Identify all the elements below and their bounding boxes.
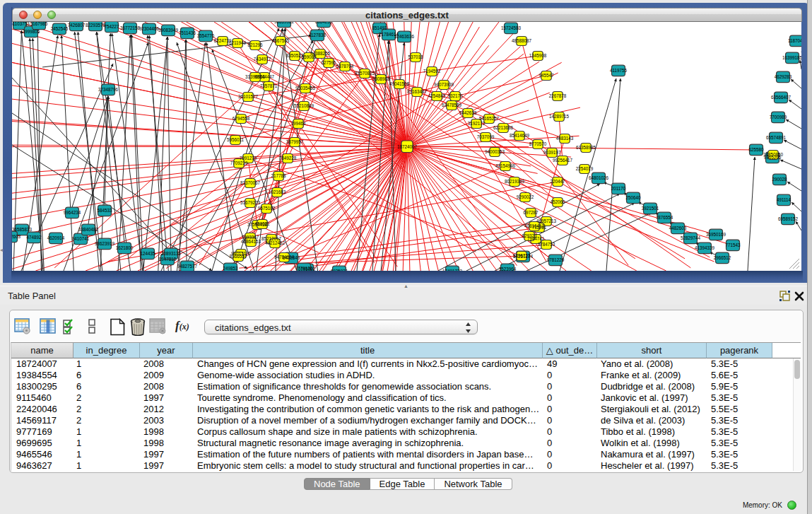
svg-text:87163447: 87163447: [407, 89, 428, 94]
svg-text:491114: 491114: [777, 197, 792, 202]
svg-text:7037099: 7037099: [477, 134, 495, 139]
svg-text:65574891: 65574891: [766, 135, 787, 140]
svg-text:61358985: 61358985: [576, 145, 596, 150]
svg-text:69589152: 69589152: [778, 216, 799, 221]
svg-text:2267878: 2267878: [549, 93, 567, 98]
svg-text:14289715: 14289715: [549, 114, 570, 119]
svg-text:40816413: 40816413: [524, 223, 545, 228]
svg-text:9964234: 9964234: [64, 210, 81, 215]
svg-text:54165257: 54165257: [479, 116, 500, 121]
svg-text:124435: 124435: [140, 251, 155, 256]
svg-text:16399185: 16399185: [782, 55, 801, 60]
svg-text:18724007: 18724007: [397, 144, 418, 149]
svg-text:52463636: 52463636: [394, 34, 415, 39]
svg-text:821296: 821296: [247, 42, 263, 47]
svg-text:98659922: 98659922: [274, 22, 295, 24]
svg-text:2254019: 2254019: [576, 166, 594, 171]
svg-text:3192171: 3192171: [468, 121, 486, 126]
svg-text:31396966: 31396966: [245, 74, 266, 79]
svg-text:55210849: 55210849: [294, 103, 314, 108]
svg-text:94827577: 94827577: [177, 264, 198, 269]
svg-text:3784753: 3784753: [538, 242, 555, 247]
svg-text:63478589: 63478589: [442, 103, 462, 107]
svg-text:201170: 201170: [611, 186, 626, 191]
svg-text:3554776: 3554776: [197, 33, 215, 38]
svg-text:94000363: 94000363: [485, 149, 505, 154]
svg-text:20893130: 20893130: [161, 251, 182, 256]
svg-text:6794558: 6794558: [233, 116, 250, 121]
svg-text:1127838: 1127838: [309, 33, 326, 37]
svg-text:99256417: 99256417: [553, 158, 573, 163]
svg-text:2452545: 2452545: [51, 26, 69, 31]
svg-text:52829744: 52829744: [681, 235, 701, 240]
svg-text:584533: 584533: [97, 208, 112, 213]
svg-text:7700989: 7700989: [770, 115, 787, 119]
svg-text:5956011: 5956011: [227, 137, 245, 142]
svg-text:98623919: 98623919: [95, 241, 115, 246]
svg-text:452060: 452060: [550, 199, 565, 204]
svg-text:771543: 771543: [725, 243, 741, 247]
svg-text:7194592: 7194592: [423, 69, 441, 74]
svg-text:81570815: 81570815: [355, 71, 375, 76]
svg-text:3523964: 3523964: [499, 267, 517, 271]
svg-text:474892: 474892: [26, 235, 42, 240]
svg-text:94784694: 94784694: [274, 255, 295, 259]
svg-text:851493: 851493: [372, 25, 387, 30]
svg-text:72102603: 72102603: [12, 234, 20, 239]
svg-text:7511436: 7511436: [179, 30, 196, 35]
svg-text:4629283: 4629283: [775, 74, 792, 79]
svg-text:1021683: 1021683: [269, 189, 286, 194]
svg-text:17491723: 17491723: [442, 269, 463, 271]
svg-text:537018: 537018: [408, 54, 423, 59]
svg-text:6378704: 6378704: [336, 64, 354, 69]
svg-text:7991279: 7991279: [240, 156, 257, 160]
svg-text:64801026: 64801026: [589, 175, 609, 180]
svg-text:2966512: 2966512: [714, 255, 731, 260]
svg-text:81370067: 81370067: [240, 180, 261, 185]
svg-text:7434977: 7434977: [254, 57, 271, 62]
svg-text:36772158: 36772158: [120, 25, 141, 30]
svg-text:6211949: 6211949: [229, 40, 247, 45]
svg-text:249853: 249853: [223, 266, 238, 271]
svg-text:217788: 217788: [271, 173, 286, 178]
svg-text:9039197: 9039197: [543, 150, 561, 155]
svg-text:1187040: 1187040: [788, 38, 801, 43]
svg-text:697287: 697287: [523, 210, 539, 215]
svg-text:1621800: 1621800: [116, 245, 134, 250]
svg-text:41394339: 41394339: [695, 245, 715, 250]
svg-text:49041568: 49041568: [389, 81, 410, 86]
svg-text:8410741: 8410741: [72, 236, 90, 241]
svg-text:1796723: 1796723: [513, 253, 531, 258]
svg-text:4482603: 4482603: [669, 226, 687, 230]
svg-text:39083949: 39083949: [158, 28, 179, 33]
svg-text:36101577: 36101577: [238, 94, 259, 99]
svg-text:4667565: 4667565: [272, 38, 290, 43]
svg-text:80219349: 80219349: [505, 179, 525, 184]
svg-text:7357871: 7357871: [260, 83, 278, 88]
svg-text:92304466: 92304466: [139, 26, 160, 31]
svg-text:220447: 220447: [550, 179, 565, 184]
svg-text:36950169: 36950169: [706, 232, 726, 237]
svg-text:94073939: 94073939: [434, 82, 454, 87]
svg-text:9290022: 9290022: [517, 194, 534, 199]
svg-text:93035455: 93035455: [295, 86, 316, 90]
svg-text:46957213: 46957213: [536, 218, 557, 223]
svg-text:459021: 459021: [254, 221, 270, 226]
svg-text:82293578: 82293578: [86, 23, 106, 28]
svg-text:7849228: 7849228: [279, 156, 297, 160]
svg-text:3999805: 3999805: [23, 29, 40, 34]
svg-text:6684233: 6684233: [315, 22, 333, 24]
svg-text:4119755: 4119755: [610, 68, 628, 73]
svg-text:63566407: 63566407: [771, 95, 792, 100]
svg-text:932170: 932170: [447, 93, 463, 98]
svg-text:85414649: 85414649: [510, 133, 530, 138]
svg-text:37348796: 37348796: [98, 87, 119, 92]
svg-text:15724583: 15724583: [501, 25, 522, 30]
svg-text:40864153: 40864153: [241, 239, 261, 244]
svg-text:9781229: 9781229: [547, 257, 565, 262]
svg-text:62213686: 62213686: [493, 125, 514, 130]
svg-text:8947818: 8947818: [159, 257, 177, 262]
svg-text:799464: 799464: [290, 121, 306, 126]
svg-text:4483143: 4483143: [556, 136, 574, 141]
svg-text:8770570: 8770570: [529, 141, 547, 146]
